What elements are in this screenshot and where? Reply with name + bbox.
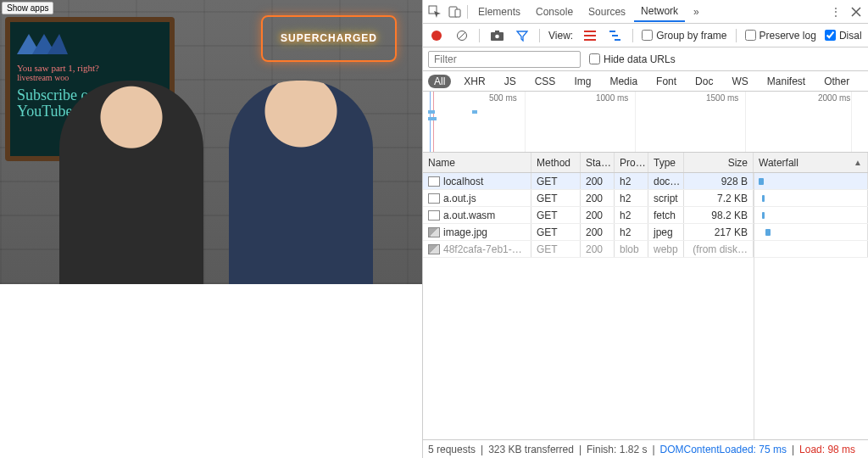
clear-icon[interactable] xyxy=(453,27,470,44)
svg-line-7 xyxy=(459,32,465,39)
cell-waterfall xyxy=(754,190,868,206)
svg-rect-11 xyxy=(584,31,596,32)
cell-protocol: h2 xyxy=(615,190,648,206)
cell-status: 200 xyxy=(581,207,615,223)
cell-size: 7.2 KB xyxy=(684,190,754,206)
file-icon xyxy=(428,210,440,221)
kebab-menu-icon[interactable]: ⋮ xyxy=(827,3,844,20)
filter-img[interactable]: Img xyxy=(568,75,597,88)
cell-name: localhost xyxy=(443,176,483,187)
record-icon[interactable] xyxy=(428,27,445,44)
person-right xyxy=(229,81,373,284)
cell-size: 928 B xyxy=(684,173,754,189)
col-name[interactable]: Name xyxy=(423,153,531,172)
neon-sign: SUPERCHARGED xyxy=(261,15,397,62)
group-by-frame-checkbox[interactable]: Group by frame xyxy=(642,30,726,42)
inspect-element-icon[interactable] xyxy=(426,3,443,20)
cell-protocol: blob xyxy=(615,241,648,257)
filter-manifest[interactable]: Manifest xyxy=(761,75,811,88)
cell-method: GET xyxy=(531,190,581,206)
video-still: You saw part 1, right? livestream woo Su… xyxy=(0,0,422,284)
filter-js[interactable]: JS xyxy=(498,75,522,88)
tab-sources[interactable]: Sources xyxy=(581,3,632,21)
filter-css[interactable]: CSS xyxy=(529,75,562,88)
hide-data-urls-checkbox[interactable]: Hide data URLs xyxy=(589,53,676,65)
tab-network[interactable]: Network xyxy=(634,2,685,22)
preserve-log-checkbox[interactable]: Preserve log xyxy=(745,30,816,42)
cell-name: 48f2cafa-7eb1-… xyxy=(443,243,522,255)
table-row[interactable]: a.out.jsGET200h2script7.2 KB xyxy=(423,190,868,207)
col-protocol[interactable]: Pro… xyxy=(615,153,648,172)
cell-waterfall xyxy=(754,241,868,257)
cell-type: script xyxy=(648,190,684,206)
timeline-overview[interactable]: 500 ms 1000 ms 1500 ms 2000 ms xyxy=(423,92,868,153)
cell-method: GET xyxy=(531,224,581,240)
svg-rect-5 xyxy=(455,9,460,17)
cell-name: a.out.wasm xyxy=(443,209,495,221)
sort-indicator-icon: ▲ xyxy=(854,158,862,167)
table-row[interactable]: 48f2cafa-7eb1-…GET200blobwebp(from disk… xyxy=(423,241,868,258)
table-row[interactable]: a.out.wasmGET200h2fetch98.2 KB xyxy=(423,207,868,224)
col-method[interactable]: Method xyxy=(531,153,581,172)
cell-size: 98.2 KB xyxy=(684,207,754,223)
filter-icon[interactable] xyxy=(514,27,531,44)
capture-screenshots-icon[interactable] xyxy=(488,27,505,44)
cell-status: 200 xyxy=(581,224,615,240)
filter-xhr[interactable]: XHR xyxy=(458,75,491,88)
filter-doc[interactable]: Doc xyxy=(689,75,719,88)
cell-method: GET xyxy=(531,241,581,257)
cell-protocol: h2 xyxy=(615,207,648,223)
cell-protocol: h2 xyxy=(615,224,648,240)
filter-ws[interactable]: WS xyxy=(726,75,754,88)
devtools-panel: Elements Console Sources Network » ⋮ xyxy=(422,0,868,458)
filter-input[interactable] xyxy=(428,51,581,68)
cell-name: a.out.js xyxy=(443,193,476,204)
status-bar: 5 requests | 323 KB transferred | Finish… xyxy=(423,439,868,458)
col-type[interactable]: Type xyxy=(648,153,684,172)
cell-waterfall xyxy=(754,207,868,223)
col-status[interactable]: Sta… xyxy=(581,153,615,172)
filter-all[interactable]: All xyxy=(428,75,451,88)
cell-type: doc… xyxy=(648,173,684,189)
col-waterfall[interactable]: Waterfall▲ xyxy=(754,153,868,172)
table-row[interactable]: image.jpgGET200h2jpeg217 KB xyxy=(423,224,868,241)
view-label: View: xyxy=(548,30,573,42)
tab-console[interactable]: Console xyxy=(529,3,580,21)
content-area: You saw part 1, right? livestream woo Su… xyxy=(0,0,422,458)
cell-size: 217 KB xyxy=(684,224,754,240)
file-icon xyxy=(428,176,440,187)
tab-overflow[interactable]: » xyxy=(687,3,706,21)
cell-waterfall xyxy=(754,224,868,240)
status-transferred: 323 KB transferred xyxy=(488,444,574,455)
col-size[interactable]: Size xyxy=(684,153,754,172)
svg-rect-12 xyxy=(584,35,596,36)
filter-row: Hide data URLs xyxy=(423,47,868,71)
device-toolbar-icon[interactable] xyxy=(447,3,464,20)
cell-method: GET xyxy=(531,207,581,223)
cell-protocol: h2 xyxy=(615,173,648,189)
status-finish: Finish: 1.82 s xyxy=(587,444,647,455)
filter-other[interactable]: Other xyxy=(818,75,855,88)
table-row[interactable]: localhostGET200h2doc…928 B xyxy=(423,173,868,190)
cell-type: fetch xyxy=(648,207,684,223)
type-filter-bar: All XHR JS CSS Img Media Font Doc WS Man… xyxy=(423,71,868,92)
tab-elements[interactable]: Elements xyxy=(471,3,527,21)
disable-cache-checkbox[interactable]: Disal xyxy=(825,30,862,42)
view-list-icon[interactable] xyxy=(581,27,598,44)
svg-rect-15 xyxy=(612,35,618,36)
cell-status: 200 xyxy=(581,190,615,206)
filter-font[interactable]: Font xyxy=(650,75,682,88)
show-apps-button[interactable]: Show apps xyxy=(2,2,53,14)
cell-status: 200 xyxy=(581,241,615,257)
status-requests: 5 requests xyxy=(428,444,476,455)
view-waterfall-icon[interactable] xyxy=(607,27,624,44)
table-header: Name Method Sta… Pro… Type Size Waterfal… xyxy=(423,153,868,173)
request-table: Name Method Sta… Pro… Type Size Waterfal… xyxy=(423,153,868,439)
filter-media[interactable]: Media xyxy=(604,75,643,88)
close-devtools-icon[interactable] xyxy=(848,3,865,20)
cell-status: 200 xyxy=(581,173,615,189)
svg-rect-13 xyxy=(584,39,596,41)
cell-type: jpeg xyxy=(648,224,684,240)
file-icon xyxy=(428,193,440,204)
devtools-main-toolbar: Elements Console Sources Network » ⋮ xyxy=(423,0,868,24)
